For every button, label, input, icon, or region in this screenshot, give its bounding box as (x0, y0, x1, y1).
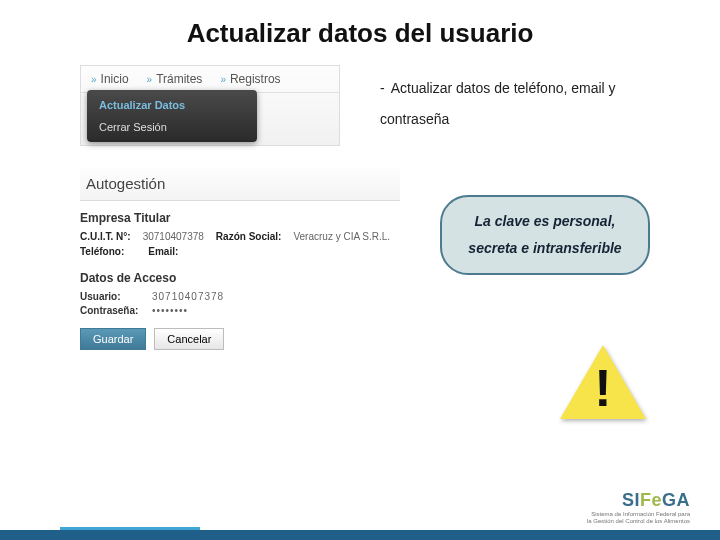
telefono-label: Teléfono: (80, 246, 124, 257)
nav-screenshot: Inicio Trámites Registros Actualizar Dat… (80, 65, 340, 146)
logo-mid: Fe (640, 490, 662, 510)
form-panel: Autogestión Empresa Titular C.U.I.T. N°:… (80, 167, 400, 350)
page-title: Actualizar datos del usuario (0, 0, 720, 55)
section-empresa-titular: Empresa Titular (80, 211, 400, 225)
warning-icon: ! (560, 345, 646, 423)
logo-suffix: GA (662, 490, 690, 510)
dropdown-actualizar-datos[interactable]: Actualizar Datos (87, 94, 257, 116)
nav-item-registros[interactable]: Registros (220, 72, 280, 86)
guardar-button[interactable]: Guardar (80, 328, 146, 350)
sifega-logo: SIFeGA Sistema de Información Federal pa… (530, 490, 690, 530)
nav-dropdown: Actualizar Datos Cerrar Sesión (87, 90, 257, 142)
logo-prefix: SI (622, 490, 640, 510)
callout-bubble: La clave es personal, secreta e intransf… (440, 195, 650, 275)
dropdown-cerrar-sesion[interactable]: Cerrar Sesión (87, 116, 257, 138)
section-datos-acceso: Datos de Acceso (80, 271, 400, 285)
usuario-label: Usuario: (80, 291, 142, 302)
razon-value: Veracruz y CIA S.R.L. (293, 231, 390, 242)
email-label: Email: (148, 246, 178, 257)
footer-bar (0, 530, 720, 540)
logo-subtitle-2: la Gestión del Control de los Alimentos (530, 518, 690, 525)
logo-subtitle-1: Sistema de Información Federal para (530, 511, 690, 518)
callout-line1: La clave es personal, (475, 208, 616, 235)
nav-item-inicio[interactable]: Inicio (91, 72, 129, 86)
cancelar-button[interactable]: Cancelar (154, 328, 224, 350)
contrasena-field[interactable]: •••••••• (152, 305, 188, 316)
content-area: Inicio Trámites Registros Actualizar Dat… (0, 55, 720, 475)
panel-heading: Autogestión (80, 167, 400, 201)
cuit-value: 30710407378 (143, 231, 204, 242)
callout-line2: secreta e intransferible (468, 235, 621, 262)
usuario-value: 30710407378 (152, 291, 224, 302)
footer: SIFeGA Sistema de Información Federal pa… (0, 496, 720, 540)
nav-top-row: Inicio Trámites Registros (81, 66, 339, 93)
description-text: -Actualizar datos de teléfono, email y c… (380, 73, 660, 135)
exclamation-icon: ! (560, 359, 646, 417)
nav-item-tramites[interactable]: Trámites (147, 72, 203, 86)
contrasena-label: Contraseña: (80, 305, 142, 316)
cuit-label: C.U.I.T. N°: (80, 231, 131, 242)
description-line2: contraseña (380, 111, 449, 127)
description-line1: Actualizar datos de teléfono, email y (391, 80, 616, 96)
razon-label: Razón Social: (216, 231, 282, 242)
dash-bullet: - (380, 80, 385, 96)
